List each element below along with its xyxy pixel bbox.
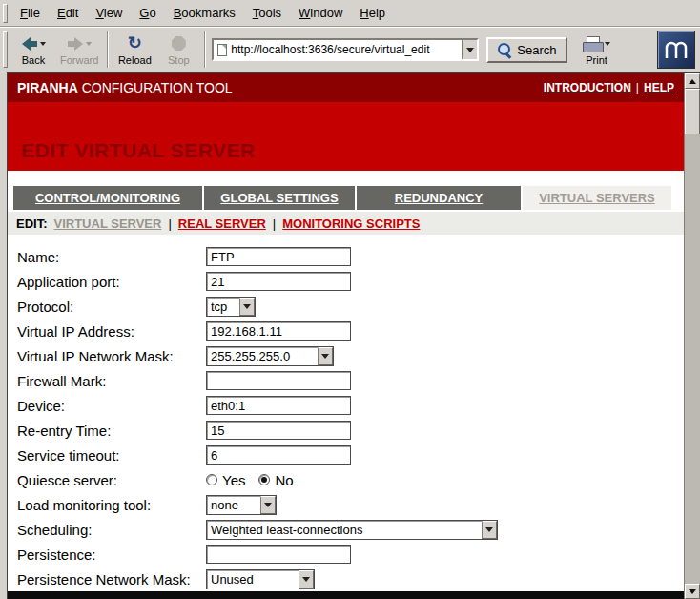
application-port-input[interactable] bbox=[206, 272, 351, 291]
menu-item-go[interactable]: Go bbox=[131, 3, 164, 23]
scroll-up-button[interactable] bbox=[685, 73, 700, 89]
site-title-rest: CONFIGURATION TOOL bbox=[78, 80, 233, 95]
vertical-scrollbar[interactable] bbox=[684, 73, 700, 599]
search-icon bbox=[497, 42, 512, 57]
name-input[interactable] bbox=[206, 247, 351, 266]
search-label: Search bbox=[517, 43, 556, 57]
persistence-network-mask-select[interactable]: Unused bbox=[206, 569, 315, 589]
field-label-persistence-network-mask: Persistence Network Mask: bbox=[17, 571, 206, 588]
service-timeout-input[interactable] bbox=[206, 445, 351, 465]
help-link[interactable]: HELP bbox=[644, 81, 674, 94]
scheduling-select[interactable]: Weighted least-connections bbox=[206, 520, 498, 540]
forward-arrow-icon bbox=[68, 37, 83, 51]
form-row-persistence-network-mask: Persistence Network Mask:Unused bbox=[17, 567, 684, 591]
virtual-ip-address-input[interactable] bbox=[206, 321, 351, 341]
load-monitoring-tool-select-button[interactable] bbox=[260, 496, 276, 514]
scheduling-select-button[interactable] bbox=[482, 521, 497, 539]
field-label-quiesce-server: Quiesce server: bbox=[17, 472, 206, 488]
chevron-down-icon bbox=[321, 354, 329, 359]
url-input[interactable] bbox=[231, 41, 458, 58]
radio-icon bbox=[258, 474, 270, 485]
browser-viewport: PIRANHA CONFIGURATION TOOL INTRODUCTION … bbox=[7, 72, 700, 599]
mozilla-logo[interactable] bbox=[657, 31, 695, 69]
device-input[interactable] bbox=[206, 396, 351, 415]
site-title: PIRANHA CONFIGURATION TOOL bbox=[17, 80, 233, 95]
quiesce-server-radio-yes[interactable]: Yes bbox=[206, 472, 245, 488]
subnav-prefix: EDIT: bbox=[16, 217, 48, 231]
toolbar-separator bbox=[107, 31, 109, 68]
form-row-re-entry-time: Re-entry Time: bbox=[17, 418, 684, 443]
form-row-load-monitoring-tool: Load monitoring tool:none bbox=[17, 492, 684, 517]
subnav-separator: | bbox=[168, 217, 171, 231]
field-label-load-monitoring-tool: Load monitoring tool: bbox=[17, 497, 206, 513]
toolbar-grippy[interactable] bbox=[3, 31, 8, 68]
firewall-mark-input[interactable] bbox=[206, 371, 351, 390]
protocol-select-button[interactable] bbox=[239, 298, 255, 316]
subnav-link-monitoring-scripts[interactable]: MONITORING SCRIPTS bbox=[282, 217, 420, 231]
scrollbar-thumb[interactable] bbox=[685, 89, 700, 134]
form-row-virtual-ip-address: Virtual IP Address: bbox=[17, 319, 684, 343]
quiesce-server-radio-no[interactable]: No bbox=[258, 472, 293, 488]
back-button[interactable]: Back bbox=[11, 30, 55, 70]
header-link-separator: | bbox=[636, 81, 639, 94]
forward-dropdown-icon[interactable] bbox=[86, 42, 92, 46]
persistence-input[interactable] bbox=[206, 545, 351, 564]
form-row-service-timeout: Service timeout: bbox=[17, 443, 684, 467]
tab-global-settings[interactable]: GLOBAL SETTINGS bbox=[204, 186, 355, 210]
protocol-select[interactable]: tcp bbox=[206, 297, 256, 317]
scroll-down-button[interactable] bbox=[685, 584, 700, 599]
menu-item-file[interactable]: File bbox=[11, 3, 49, 23]
tab-virtual-servers[interactable]: VIRTUAL SERVERS bbox=[523, 186, 671, 210]
page-title: EDIT VIRTUAL SERVER bbox=[21, 139, 256, 162]
re-entry-time-input[interactable] bbox=[206, 421, 351, 440]
form-row-name: Name: bbox=[17, 244, 684, 269]
scrollbar-track[interactable] bbox=[685, 134, 700, 584]
subnav-links: |REAL SERVER|MONITORING SCRIPTS bbox=[168, 217, 420, 231]
persistence-network-mask-select-button[interactable] bbox=[299, 570, 314, 589]
stop-button[interactable]: Stop bbox=[156, 30, 200, 70]
radio-label-yes: Yes bbox=[222, 472, 245, 488]
virtual-ip-network-mask-select-button[interactable] bbox=[318, 347, 333, 365]
menu-item-window[interactable]: Window bbox=[290, 3, 351, 23]
field-label-virtual-ip-address: Virtual IP Address: bbox=[17, 323, 206, 340]
menu-item-tools[interactable]: Tools bbox=[244, 3, 290, 23]
field-label-re-entry-time: Re-entry Time: bbox=[17, 423, 206, 439]
print-button[interactable]: Print bbox=[575, 30, 619, 70]
toolbar-separator bbox=[204, 31, 206, 68]
field-label-protocol: Protocol: bbox=[17, 299, 206, 315]
menu-item-view[interactable]: View bbox=[87, 3, 131, 23]
chevron-down-icon bbox=[264, 503, 272, 507]
reload-label: Reload bbox=[118, 54, 152, 66]
mozilla-m-icon bbox=[664, 39, 689, 60]
tab-control-monitoring[interactable]: CONTROL/MONITORING bbox=[13, 186, 202, 210]
subnav-link-real-server[interactable]: REAL SERVER bbox=[178, 217, 266, 231]
print-dropdown-icon[interactable] bbox=[605, 42, 610, 46]
menu-item-bookmarks[interactable]: Bookmarks bbox=[165, 3, 244, 23]
page-banner: EDIT VIRTUAL SERVER bbox=[8, 102, 684, 171]
search-button[interactable]: Search bbox=[486, 37, 566, 63]
arrow-up-icon bbox=[689, 79, 696, 84]
back-label: Back bbox=[22, 54, 45, 66]
menu-item-edit[interactable]: Edit bbox=[49, 3, 87, 23]
print-label: Print bbox=[586, 54, 607, 66]
tab-redundancy[interactable]: REDUNDANCY bbox=[357, 186, 521, 210]
introduction-link[interactable]: INTRODUCTION bbox=[544, 81, 631, 94]
field-label-name: Name: bbox=[17, 249, 206, 265]
virtual-ip-network-mask-select[interactable]: 255.255.255.0 bbox=[206, 346, 334, 366]
menubar-grippy[interactable] bbox=[3, 4, 8, 23]
menu-bar: FileEditViewGoBookmarksToolsWindowHelp bbox=[0, 0, 700, 27]
form-row-persistence: Persistence: bbox=[17, 542, 684, 567]
menu-item-help[interactable]: Help bbox=[351, 3, 394, 23]
forward-button[interactable]: Forward bbox=[55, 30, 103, 70]
load-monitoring-tool-select[interactable]: none bbox=[206, 495, 277, 515]
form-row-quiesce-server: Quiesce server:YesNo bbox=[17, 467, 684, 492]
stop-label: Stop bbox=[168, 54, 190, 66]
url-history-dropdown-button[interactable] bbox=[462, 40, 477, 59]
field-label-persistence: Persistence: bbox=[17, 547, 206, 563]
reload-button[interactable]: Reload bbox=[113, 30, 156, 70]
form-row-virtual-ip-network-mask: Virtual IP Network Mask:255.255.255.0 bbox=[17, 343, 684, 368]
page-proxy-icon[interactable] bbox=[217, 44, 227, 56]
chevron-down-icon bbox=[243, 304, 251, 309]
site-title-brand: PIRANHA bbox=[17, 80, 78, 95]
back-dropdown-icon[interactable] bbox=[40, 42, 46, 46]
